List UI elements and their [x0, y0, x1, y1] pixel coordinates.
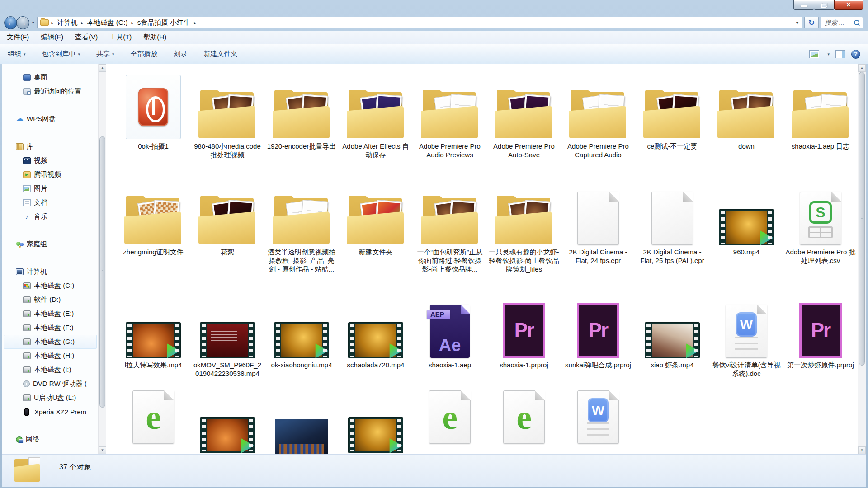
scroll-up-arrow[interactable]: ▲	[858, 64, 866, 72]
address-dropdown-icon[interactable]: ▾	[794, 20, 800, 25]
file-item[interactable]: 一只灵魂有趣的小龙虾-轻餐饮摄影-尚上餐饮品牌策划_files	[487, 177, 561, 290]
file-item[interactable]: ce测试-不一定要	[635, 71, 709, 177]
scrollbar-thumb[interactable]	[99, 136, 105, 408]
file-item[interactable]: Prshaoxia-1.prproj	[487, 290, 561, 390]
file-item[interactable]: e	[487, 390, 561, 454]
file-item[interactable]: 960.mp4	[709, 177, 783, 290]
sidebar-item[interactable]: 腾讯视频	[4, 168, 97, 182]
file-item[interactable]: 2K Digital Cinema - Flat, 25 fps (PAL).e…	[635, 177, 709, 290]
sidebar-item[interactable]: 本地磁盘 (F:)	[4, 321, 97, 335]
sidebar-item[interactable]: 桌面	[4, 70, 97, 84]
file-item[interactable]	[190, 390, 264, 454]
scroll-up-arrow[interactable]: ▲	[99, 64, 106, 72]
file-item[interactable]: AeAeAdobe After Effects 自动保存	[339, 71, 413, 177]
file-item[interactable]: xiao 虾条.mp4	[635, 290, 709, 390]
file-name: 2K Digital Cinema - Flat, 25 fps (PAL).e…	[637, 248, 708, 265]
file-item[interactable]: Prsunkai弹唱合成.prproj	[561, 290, 635, 390]
sidebar-item[interactable]: 最近访问的位置	[4, 84, 97, 99]
sidebar-item[interactable]: DVD RW 驱动器 (	[4, 377, 97, 391]
file-item[interactable]: SAdobe Premiere Pro 批处理列表.csv	[783, 177, 858, 290]
sidebar-item[interactable]: 视频	[4, 154, 97, 168]
breadcrumb-segment[interactable]: 本地磁盘 (G:)	[86, 19, 129, 27]
sidebar-item[interactable]: U启动U盘 (L:)	[4, 391, 97, 405]
file-item[interactable]: schaolada720.mp4	[339, 290, 413, 390]
close-button[interactable]: ×	[834, 0, 863, 10]
menu-item[interactable]: 编辑(E)	[41, 33, 63, 42]
change-view-icon[interactable]	[809, 50, 819, 58]
menu-item[interactable]: 文件(F)	[7, 33, 29, 42]
restore-button[interactable]	[814, 0, 835, 10]
toolbar-button[interactable]: 包含到库中▾	[42, 50, 80, 58]
file-item[interactable]: e	[413, 390, 487, 454]
scroll-down-arrow[interactable]: ▼	[858, 446, 866, 454]
sidebar-item[interactable]: 软件 (D:)	[4, 293, 97, 307]
minimize-button[interactable]	[793, 0, 814, 10]
file-item[interactable]: 0ok-拍摄1	[116, 71, 190, 177]
sidebar-item[interactable]: 库	[4, 140, 97, 154]
toolbar-button[interactable]: 新建文件夹	[204, 50, 238, 58]
sidebar-item[interactable]: 网络	[4, 432, 97, 446]
sidebar-item[interactable]: 计算机	[4, 265, 97, 279]
file-item[interactable]: 2K Digital Cinema - Flat, 24 fps.epr	[561, 177, 635, 290]
file-item[interactable]: 酒类半透明创意视频拍摄教程_摄影_产品_亮剑 - 原创作品 - 站酷...	[264, 177, 339, 290]
sidebar-scrollbar[interactable]: ▲ ▼	[98, 64, 106, 454]
toolbar-button[interactable]: 共享▾	[96, 50, 114, 58]
sidebar-item[interactable]: 本地磁盘 (G:)	[4, 335, 97, 349]
file-item[interactable]: Adobe Premiere Pro Audio Previews	[413, 71, 487, 177]
file-item[interactable]: W餐饮vi设计清单(含导视系统).doc	[709, 290, 783, 390]
toolbar-button[interactable]: 刻录	[174, 50, 188, 58]
file-item[interactable]	[264, 390, 339, 454]
sidebar-item[interactable]: 家庭组	[4, 237, 97, 251]
file-item[interactable]: 花絮	[190, 177, 264, 290]
breadcrumb[interactable]: ▸计算机▸本地磁盘 (G:)▸s食品拍摄-小红牛▸▾	[37, 17, 802, 28]
sidebar-item[interactable]: 本地磁盘 (C:)	[4, 279, 97, 293]
refresh-button[interactable]: ↻	[804, 17, 819, 28]
file-item[interactable]: down	[709, 71, 783, 177]
sidebar-item[interactable]: 本地磁盘 (H:)	[4, 349, 97, 363]
sidebar-item[interactable]: 图片	[4, 182, 97, 196]
file-item[interactable]: l拉大特写效果.mp4	[116, 290, 190, 390]
sidebar-item[interactable]: 本地磁盘 (E:)	[4, 307, 97, 321]
file-item[interactable]: W	[561, 390, 635, 454]
forward-button[interactable]: →	[16, 16, 29, 29]
file-item[interactable]	[339, 390, 413, 454]
sidebar-item[interactable]: ♪音乐	[4, 210, 97, 224]
scrollbar-thumb[interactable]	[859, 72, 865, 366]
breadcrumb-segment[interactable]: 计算机	[57, 19, 79, 27]
breadcrumb-segment[interactable]: s食品拍摄-小红牛	[137, 19, 192, 27]
preview-pane-icon[interactable]	[835, 50, 845, 58]
scroll-down-arrow[interactable]: ▼	[99, 446, 106, 454]
file-item[interactable]: 新建文件夹	[339, 177, 413, 290]
file-item[interactable]: shaoxia-1.aep 日志	[783, 71, 858, 177]
recent-pages-dropdown[interactable]: ▾	[31, 20, 35, 25]
help-icon[interactable]: ?	[851, 50, 860, 59]
toolbar-button[interactable]: 组织▾	[8, 50, 26, 58]
menu-item[interactable]: 工具(T)	[109, 33, 132, 42]
sidebar-item[interactable]: Xperia XZ2 Prem	[4, 405, 97, 419]
file-item[interactable]: 980-480小media code批处理视频	[190, 71, 264, 177]
file-item[interactable]: Adobe Premiere Pro Captured Audio	[561, 71, 635, 177]
file-item[interactable]: ok-xiaohongniu.mp4	[264, 290, 339, 390]
back-button[interactable]: ←	[4, 16, 17, 29]
file-item[interactable]: AEPAeshaoxia-1.aep	[413, 290, 487, 390]
file-name: Adobe After Effects 自动保存	[340, 142, 411, 159]
search-input[interactable]	[824, 19, 853, 27]
file-name: 960.mp4	[733, 248, 760, 256]
file-item[interactable]: 1920-encoder批量导出	[264, 71, 339, 177]
sidebar-item[interactable]: ☁WPS网盘	[4, 112, 97, 126]
menu-item[interactable]: 帮助(H)	[143, 33, 166, 42]
search-box[interactable]	[821, 17, 863, 28]
toolbar-button[interactable]: 全部播放	[131, 50, 158, 58]
file-name: shaoxia-1.aep	[429, 361, 471, 369]
file-item[interactable]: PrPrAdobe Premiere Pro Auto-Save	[487, 71, 561, 177]
menu-item[interactable]: 查看(V)	[75, 33, 98, 42]
file-item[interactable]: Pr第一次炒虾原件.prproj	[783, 290, 858, 390]
sidebar-item[interactable]: 文档	[4, 196, 97, 210]
file-item[interactable]: e	[116, 390, 190, 454]
change-view-dropdown[interactable]: ▾	[827, 52, 830, 56]
file-item[interactable]: zhengming证明文件	[116, 177, 190, 290]
sidebar-item[interactable]: 本地磁盘 (I:)	[4, 363, 97, 377]
main-scrollbar[interactable]: ▲ ▼	[858, 64, 866, 454]
file-item[interactable]: okMOV_SM_P960F_20190422230538.mp4	[190, 290, 264, 390]
file-item[interactable]: 一个“面包研究所”正从你面前路过-轻餐饮摄影-尚上餐饮品牌...	[413, 177, 487, 290]
